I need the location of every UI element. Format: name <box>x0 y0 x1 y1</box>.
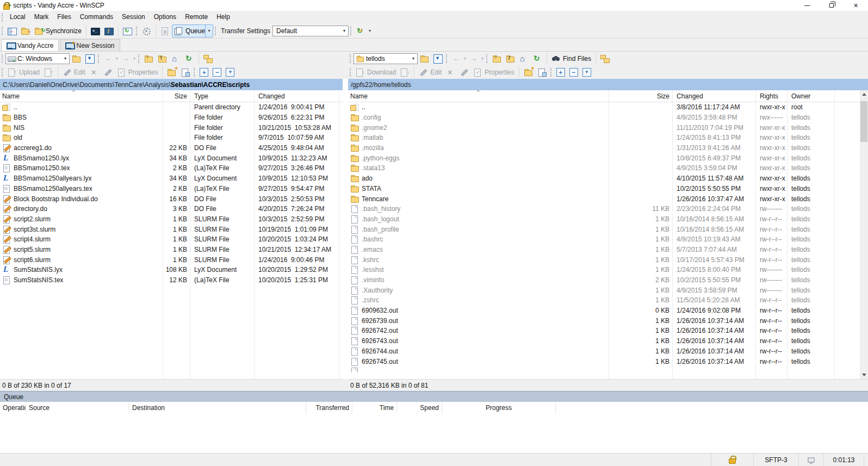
file-row[interactable]: NIS File folder 10/21/2015 10:53:28 AM <box>0 122 343 133</box>
file-row[interactable]: 6909632.out 0 KB 1/24/2016 9:02:08 PM rw… <box>348 306 868 316</box>
file-row[interactable]: .lesshst 1 KB 1/24/2015 8:00:40 PM rw---… <box>348 265 868 275</box>
file-row[interactable]: 6926742.out 1 KB 1/26/2016 10:37:14 AM r… <box>348 326 868 336</box>
file-row[interactable]: script4.slurm 1 KB SLURM File 10/20/2015… <box>0 234 343 245</box>
file-row[interactable]: script2.slurm 1 KB SLURM File 10/3/2015 … <box>0 214 343 225</box>
remote-selection-filter-button[interactable]: ▼ <box>580 66 593 79</box>
toolbar-grip[interactable] <box>350 27 352 35</box>
toolbar-grip[interactable] <box>194 68 195 77</box>
file-row[interactable]: BBSmamo1250allyears.tex 2 KB (La)TeX Fil… <box>0 184 343 194</box>
file-row[interactable]: accrereg1.do 22 KB DO File 4/25/2015 9:4… <box>0 143 343 153</box>
drive-selector[interactable]: C: Windows ▾ <box>5 53 70 64</box>
local-refresh-button[interactable] <box>183 52 196 65</box>
local-new-file-button[interactable] <box>178 66 192 79</box>
file-row[interactable]: 6926743.out 1 KB 1/26/2016 10:37:14 AM r… <box>348 336 868 346</box>
open-terminal-button[interactable] <box>89 24 102 38</box>
remote-directory-tree-button[interactable] <box>598 52 612 65</box>
queue-column-speed[interactable]: Speed <box>397 402 442 414</box>
file-row[interactable]: .mozilla 1/31/2013 9:41:26 AM rwxr-xr-x … <box>348 143 868 153</box>
tab-new-session[interactable]: + New Session <box>60 39 120 51</box>
menu-local[interactable]: Local <box>5 11 30 23</box>
local-home-directory-button[interactable] <box>169 52 183 65</box>
file-row[interactable]: Tenncare 1/26/2016 10:37:47 AM rwxr-xr-x… <box>348 194 868 204</box>
column-header-type[interactable]: Type <box>190 92 255 100</box>
menu-commands[interactable]: Commands <box>76 11 117 23</box>
file-row[interactable]: STATA 10/2/2015 5:50:55 PM rwxr-xr-x tel… <box>348 184 868 194</box>
toolbar-grip[interactable] <box>486 54 488 63</box>
toolbar-grip[interactable] <box>550 68 552 77</box>
commander-layout-button[interactable] <box>5 24 18 38</box>
encryption-status-cell[interactable] <box>711 453 753 466</box>
local-select-button[interactable]: + <box>197 66 210 79</box>
file-row[interactable]: script5.slurm 1 KB SLURM File 10/21/2015… <box>0 245 343 255</box>
local-root-directory-button[interactable]: \ <box>156 52 169 65</box>
queue-dropdown-button[interactable]: ▾ <box>205 24 213 38</box>
file-row[interactable]: .matlab 1/24/2015 8:41:13 PM rwxr-xr-x t… <box>348 133 868 143</box>
remote-path-bar[interactable]: /gpfs22/home/tellods <box>348 79 868 90</box>
local-directory-tree-button[interactable] <box>201 52 215 65</box>
queue-title-bar[interactable]: Queue <box>0 391 868 402</box>
file-row[interactable]: script3st.slurm 1 KB SLURM File 10/19/20… <box>0 224 343 234</box>
remote-select-button[interactable]: + <box>554 66 567 79</box>
file-row[interactable]: 6926739.out 1 KB 1/26/2016 10:37:14 AM r… <box>348 315 868 326</box>
file-row[interactable]: .. 3/8/2016 11:17:24 AM rwxr-xr-x root <box>348 102 868 113</box>
queue-column-time[interactable]: Time <box>352 402 397 414</box>
file-row[interactable]: SumStatsNIS.lyx 108 KB LyX Document 10/2… <box>0 265 343 275</box>
scroll-up-icon[interactable] <box>860 90 868 98</box>
file-row[interactable]: .. Parent directory 1/24/2016 9:00:41 PM <box>0 102 343 113</box>
toolbar-grip[interactable] <box>350 68 351 77</box>
file-row[interactable]: BBSmamo1250allyears.lyx 34 KB LyX Docume… <box>0 173 343 184</box>
local-selection-filter-button[interactable]: ▼ <box>224 66 237 79</box>
queue-column-operation[interactable]: Operation <box>0 402 26 414</box>
remote-filter-button[interactable] <box>431 52 444 65</box>
menu-grip[interactable] <box>2 13 3 22</box>
column-header-owner[interactable]: Owner <box>788 92 835 100</box>
local-parent-directory-button[interactable]: ↑ <box>142 52 156 65</box>
minimize-button[interactable] <box>795 0 819 11</box>
local-filter-button[interactable] <box>83 52 96 65</box>
toolbar-grip[interactable] <box>136 27 138 35</box>
queue-column-destination[interactable]: Destination <box>129 402 306 414</box>
menu-remote[interactable]: Remote <box>181 11 212 23</box>
queue-toggle-button[interactable]: Queue <box>172 24 207 38</box>
menu-help[interactable]: Help <box>212 11 234 23</box>
file-row[interactable]: ado 4/10/2015 11:57:48 AM rwxr-xr-x tell… <box>348 173 868 184</box>
file-row[interactable]: script6.slurm 1 KB SLURM File 1/24/2016 … <box>0 254 343 265</box>
column-header-changed[interactable]: Changed <box>255 92 336 100</box>
remote-parent-directory-button[interactable]: ↑ <box>490 52 504 65</box>
file-row[interactable]: .kshrc 1 KB 10/17/2014 5:57:43 PM rw-r--… <box>348 254 868 265</box>
file-row[interactable]: .Xauthority 1 KB 4/9/2015 3:58:59 PM rw-… <box>348 285 868 295</box>
transfer-settings-select[interactable]: Default ▾ <box>272 26 349 36</box>
file-row[interactable]: .viminfo 2 KB 10/2/2015 5:50:55 PM rw---… <box>348 275 868 285</box>
file-row[interactable]: .config 4/9/2015 3:59:48 PM rwx------ te… <box>348 113 868 123</box>
toolbar-grip[interactable] <box>2 27 3 35</box>
toolbar-grip[interactable] <box>350 54 351 63</box>
local-path-bar[interactable]: C:\Users\Daniel\OneDrive\Documents\TennC… <box>0 79 343 90</box>
menu-options[interactable]: Options <box>150 11 181 23</box>
find-files-button[interactable]: Find Files <box>549 52 593 65</box>
restore-button[interactable] <box>819 0 844 11</box>
transfer-mode-button[interactable]: ▾ <box>354 24 374 38</box>
file-row[interactable]: 6926744.out 1 KB 1/26/2016 10:37:14 AM r… <box>348 346 868 357</box>
column-header-changed[interactable]: Changed <box>673 92 756 100</box>
remote-new-file-button[interactable] <box>535 66 549 79</box>
file-row[interactable]: old File folder 9/7/2015 10:07:59 AM <box>0 133 343 143</box>
file-row[interactable]: .bash_profile 1 KB 10/16/2014 8:56:15 AM… <box>348 224 868 234</box>
file-row[interactable]: BBSmamo1250.tex 2 KB (La)TeX File 9/27/2… <box>0 163 343 173</box>
remote-refresh-button[interactable] <box>531 52 544 65</box>
toolbar-grip[interactable] <box>2 54 3 63</box>
close-button[interactable]: × <box>844 0 868 11</box>
column-header-name[interactable]: Name <box>0 92 163 100</box>
toolbar-grip[interactable] <box>446 54 448 63</box>
file-row[interactable]: SumStatsNIS.tex 12 KB (La)TeX File 10/20… <box>0 275 343 285</box>
toolbar-grip[interactable] <box>2 68 3 77</box>
remote-new-folder-button[interactable]: * <box>522 66 535 79</box>
toolbar-grip[interactable] <box>98 54 100 63</box>
file-row[interactable]: .bashrc 1 KB 4/9/2015 10:19:43 AM rw-r--… <box>348 234 868 245</box>
remote-unselect-button[interactable]: − <box>567 66 580 79</box>
server-status-cell[interactable] <box>798 453 823 466</box>
menu-mark[interactable]: Mark <box>30 11 53 23</box>
queue-column-source[interactable]: Source <box>26 402 129 414</box>
remote-open-directory-button[interactable] <box>418 52 431 65</box>
protocol-status-cell[interactable]: SFTP-3 <box>753 453 798 466</box>
local-open-directory-button[interactable] <box>70 52 83 65</box>
